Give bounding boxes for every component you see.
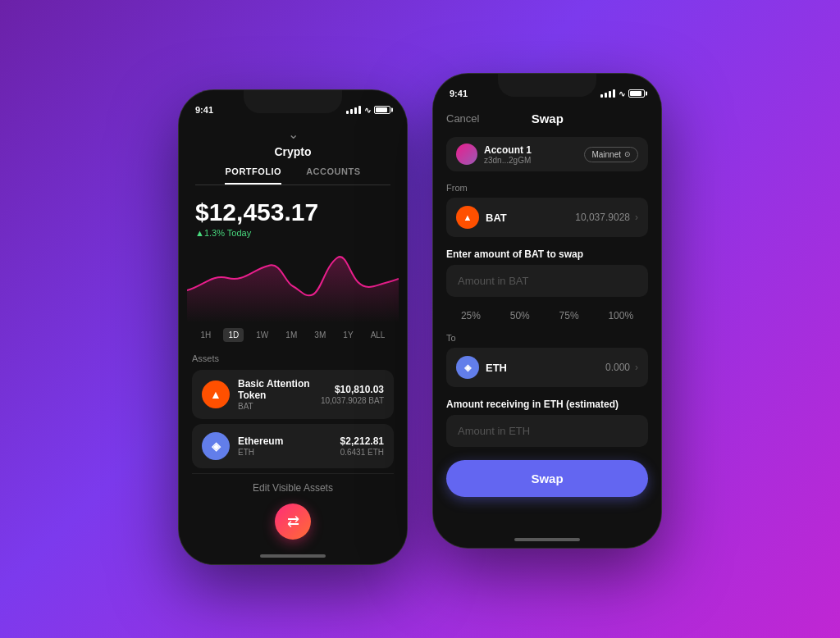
tabs: PORTFOLIO ACCOUNTS: [195, 166, 390, 185]
signal-icon-left: [346, 106, 361, 114]
left-header: ⌄ Crypto PORTFOLIO ACCOUNTS: [179, 120, 407, 185]
filter-all[interactable]: ALL: [366, 328, 390, 342]
network-label: Mainnet: [591, 150, 621, 159]
tab-accounts[interactable]: ACCOUNTS: [306, 166, 360, 185]
percent-buttons: 25% 50% 75% 100%: [446, 302, 648, 333]
account-bar[interactable]: Account 1 z3dn...2gGM Mainnet ⊙: [446, 137, 648, 171]
tab-portfolio[interactable]: PORTFOLIO: [225, 166, 281, 185]
swap-fab-button[interactable]: ⇄: [275, 504, 311, 540]
bat-amount-input[interactable]: Amount in BAT: [446, 265, 648, 297]
from-token-left: ▲ BAT: [456, 206, 507, 229]
notch-left: [244, 90, 342, 113]
swap-button[interactable]: Swap: [446, 460, 648, 497]
percent-25-button[interactable]: 25%: [454, 307, 487, 325]
assets-label: Assets: [192, 353, 394, 363]
home-indicator-right: [514, 538, 580, 541]
eth-asset-crypto: 0.6431 ETH: [340, 448, 384, 457]
right-phone-content: 9:41 ∿ Cancel Swap: [433, 74, 661, 548]
bat-asset-usd: $10,810.03: [321, 384, 384, 395]
time-right: 9:41: [450, 89, 468, 98]
from-label: From: [446, 183, 648, 193]
filter-1w[interactable]: 1W: [251, 328, 273, 342]
wifi-icon-left: ∿: [364, 106, 371, 115]
from-token-row[interactable]: ▲ BAT 10,037.9028 ›: [446, 198, 648, 237]
network-icon: ⊙: [624, 150, 631, 158]
eth-icon: ◈: [202, 432, 230, 460]
list-item[interactable]: ◈ Ethereum ETH $2,212.81 0.6431 ETH: [192, 424, 394, 468]
swap-header: Cancel Swap: [446, 103, 648, 137]
swap-page-title: Swap: [532, 112, 564, 125]
chart-container: [179, 241, 407, 323]
filter-1y[interactable]: 1Y: [338, 328, 358, 342]
battery-icon-right: [628, 89, 645, 98]
network-badge[interactable]: Mainnet ⊙: [584, 147, 638, 162]
left-phone: 9:41 ∿ ⌄ Crypto PORTFOLIO: [178, 89, 408, 565]
chevron-down-icon[interactable]: ⌄: [195, 126, 390, 142]
time-filters: 1H 1D 1W 1M 3M 1Y ALL: [179, 323, 407, 347]
eth-asset-info: Ethereum ETH: [238, 435, 340, 457]
right-phone: 9:41 ∿ Cancel Swap: [432, 73, 662, 549]
filter-1h[interactable]: 1H: [196, 328, 217, 342]
cancel-button[interactable]: Cancel: [446, 112, 479, 125]
account-details: Account 1 z3dn...2gGM: [484, 144, 532, 165]
percent-100-button[interactable]: 100%: [601, 307, 640, 325]
wifi-icon-right: ∿: [619, 89, 625, 98]
percent-50-button[interactable]: 50%: [504, 307, 536, 325]
from-bat-icon: ▲: [456, 206, 479, 229]
bat-asset-crypto: 10,037.9028 BAT: [321, 396, 384, 405]
time-left: 9:41: [195, 105, 213, 115]
percent-75-button[interactable]: 75%: [553, 307, 586, 325]
account-info: Account 1 z3dn...2gGM: [456, 144, 532, 165]
account-address: z3dn...2gGM: [484, 156, 532, 165]
status-icons-right: ∿: [600, 89, 645, 98]
to-chevron-right-icon: ›: [635, 362, 638, 373]
bat-asset-name: Basic Attention Token: [238, 378, 321, 401]
from-token-right: 10,037.9028 ›: [575, 212, 638, 223]
portfolio-value-section: $12,453.17 ▲1.3% Today: [179, 185, 407, 241]
to-eth-icon: ◈: [456, 356, 479, 379]
eth-asset-usd: $2,212.81: [340, 435, 384, 447]
notch-right: [498, 74, 596, 97]
eth-asset-name: Ethereum: [238, 435, 340, 447]
portfolio-change: ▲1.3% Today: [195, 228, 390, 238]
chevron-right-icon: ›: [635, 212, 638, 223]
eth-asset-ticker: ETH: [238, 448, 340, 457]
account-name: Account 1: [484, 144, 532, 156]
bat-asset-info: Basic Attention Token BAT: [238, 378, 321, 411]
filter-1d[interactable]: 1D: [223, 328, 244, 342]
eth-asset-values: $2,212.81 0.6431 ETH: [340, 435, 384, 457]
to-token-left: ◈ ETH: [456, 356, 507, 379]
to-token-balance: 0.000: [605, 362, 630, 373]
phones-container: 9:41 ∿ ⌄ Crypto PORTFOLIO: [178, 81, 662, 557]
edit-assets-button[interactable]: Edit Visible Assets: [192, 473, 394, 502]
receiving-label: Amount receiving in ETH (estimated): [446, 399, 648, 410]
signal-icon-right: [600, 89, 615, 98]
from-token-name: BAT: [486, 212, 507, 224]
portfolio-amount: $12,453.17: [195, 198, 390, 226]
bat-asset-ticker: BAT: [238, 402, 321, 411]
filter-1m[interactable]: 1M: [281, 328, 302, 342]
to-token-right: 0.000 ›: [605, 362, 638, 373]
to-token-row[interactable]: ◈ ETH 0.000 ›: [446, 348, 648, 387]
battery-icon-left: [374, 106, 390, 114]
bat-icon: ▲: [202, 381, 230, 408]
list-item[interactable]: ▲ Basic Attention Token BAT $10,810.03 1…: [192, 370, 394, 419]
swap-arrows-icon: ⇄: [287, 513, 299, 531]
left-phone-content: 9:41 ∿ ⌄ Crypto PORTFOLIO: [179, 90, 407, 564]
home-indicator-left: [260, 554, 326, 558]
eth-amount-input[interactable]: Amount in ETH: [446, 415, 648, 447]
to-label: To: [446, 333, 648, 343]
bat-asset-values: $10,810.03 10,037.9028 BAT: [321, 384, 384, 405]
status-icons-left: ∿: [346, 106, 390, 115]
price-chart: [187, 241, 399, 323]
right-inner: Cancel Swap Account 1 z3dn...2gGM Mainn: [433, 103, 661, 548]
from-token-balance: 10,037.9028: [575, 212, 630, 223]
filter-3m[interactable]: 3M: [309, 328, 331, 342]
to-token-name: ETH: [486, 362, 507, 374]
page-title-left: Crypto: [195, 145, 390, 158]
avatar: [456, 144, 477, 165]
enter-bat-label: Enter amount of BAT to swap: [446, 248, 648, 260]
